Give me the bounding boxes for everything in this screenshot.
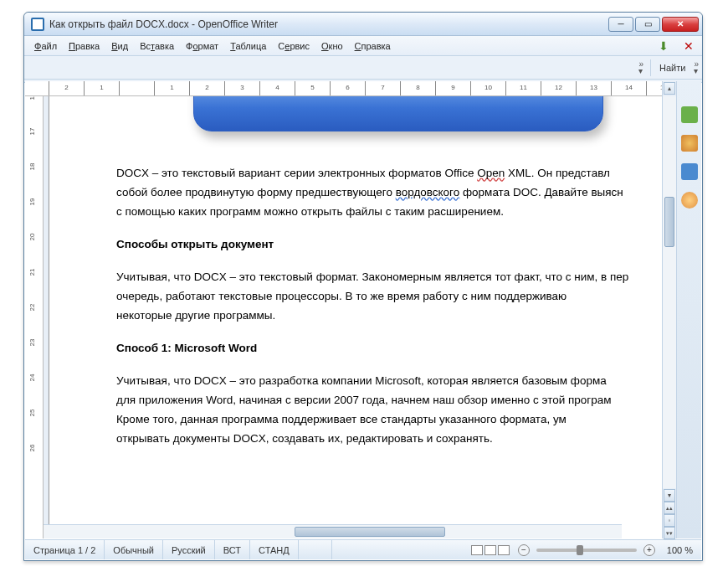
- heading-2[interactable]: Способ 1: Microsoft Word: [116, 339, 257, 358]
- view-book-icon[interactable]: [498, 545, 510, 555]
- status-language[interactable]: Русский: [163, 540, 215, 559]
- view-mode-icons: [466, 545, 515, 555]
- toolbar-overflow-icon[interactable]: »▾: [635, 61, 647, 75]
- status-style[interactable]: Обычный: [105, 540, 163, 559]
- titlebar[interactable]: Как открыть файл DOCX.docx - OpenOffice …: [24, 13, 702, 36]
- menu-insert[interactable]: Вставка: [135, 39, 179, 54]
- maximize-button[interactable]: ▭: [635, 17, 660, 32]
- menu-format[interactable]: Формат: [181, 39, 223, 54]
- zoom-in-button[interactable]: +: [643, 544, 655, 556]
- vscroll-track[interactable]: [663, 96, 676, 488]
- minimize-button[interactable]: ─: [608, 17, 633, 32]
- extension-icon[interactable]: ⬇: [659, 39, 672, 53]
- menu-view[interactable]: Вид: [106, 39, 133, 54]
- sidebar-panel: [676, 81, 701, 538]
- zoom-out-button[interactable]: −: [518, 544, 530, 556]
- statusbar: Страница 1 / 2 Обычный Русский ВСТ СТАНД…: [25, 539, 701, 559]
- hscroll-thumb[interactable]: [295, 527, 445, 537]
- menu-edit[interactable]: Правка: [64, 39, 105, 54]
- close-button[interactable]: ✕: [662, 17, 699, 32]
- view-multi-icon[interactable]: [484, 545, 496, 555]
- toolbar-standard: »▾ Найти »▾: [24, 56, 702, 80]
- heading-1[interactable]: Способы открыть документ: [116, 235, 274, 254]
- horizontal-ruler[interactable]: 2112345678910111213141516: [25, 81, 662, 96]
- window-controls: ─ ▭ ✕: [608, 17, 699, 32]
- status-insert[interactable]: ВСТ: [215, 540, 250, 559]
- menu-help[interactable]: Справка: [350, 39, 396, 54]
- next-page-button[interactable]: ▾▾: [664, 527, 675, 539]
- view-single-icon[interactable]: [471, 545, 483, 555]
- scroll-up-button[interactable]: ▴: [664, 82, 675, 95]
- gallery-icon[interactable]: [681, 106, 698, 123]
- window-title: Как открыть файл DOCX.docx - OpenOffice …: [49, 18, 608, 30]
- prev-page-button[interactable]: ▴▴: [664, 502, 675, 514]
- menu-window[interactable]: Окно: [316, 39, 348, 54]
- menubar: Файл Правка Вид Вставка Формат Таблица С…: [24, 36, 702, 56]
- grammar-error[interactable]: вордовского: [396, 186, 460, 198]
- status-page[interactable]: Страница 1 / 2: [25, 540, 105, 559]
- nav-button[interactable]: ◦: [664, 514, 675, 527]
- scroll-down-button[interactable]: ▾: [664, 489, 675, 502]
- vertical-ruler[interactable]: 1617181920212223242526: [25, 96, 44, 538]
- status-mode[interactable]: СТАНД: [250, 540, 299, 559]
- vertical-scrollbar[interactable]: ▴ ▾ ▴▴ ◦ ▾▾: [662, 81, 676, 538]
- document-viewport[interactable]: 1617181920212223242526 DOCX – это тексто…: [25, 96, 662, 538]
- doc-close-icon[interactable]: ✕: [680, 39, 697, 53]
- menu-table[interactable]: Таблица: [225, 39, 271, 54]
- properties-icon[interactable]: [681, 192, 698, 209]
- workspace: 2112345678910111213141516 16171819202122…: [25, 81, 701, 538]
- page: DOCX – это текстовый вариант серии элект…: [49, 96, 662, 538]
- main-area: 2112345678910111213141516 16171819202122…: [25, 81, 662, 538]
- zoom-level[interactable]: 100 %: [659, 540, 701, 559]
- navigator-icon[interactable]: [681, 163, 698, 180]
- text-frame[interactable]: DOCX – это текстовый вариант серии элект…: [116, 96, 662, 538]
- vscroll-thumb[interactable]: [664, 197, 674, 247]
- horizontal-scrollbar[interactable]: [44, 524, 622, 538]
- styles-icon[interactable]: [681, 135, 698, 152]
- find-overflow-icon[interactable]: »▾: [690, 61, 702, 75]
- app-window: Как открыть файл DOCX.docx - OpenOffice …: [23, 12, 703, 561]
- spell-error[interactable]: Open: [477, 167, 505, 179]
- menu-file[interactable]: Файл: [29, 39, 62, 54]
- find-label[interactable]: Найти: [654, 63, 690, 73]
- zoom-slider[interactable]: [536, 549, 637, 552]
- menu-tools[interactable]: Сервис: [273, 39, 315, 54]
- zoom-knob[interactable]: [577, 545, 583, 555]
- app-icon: [31, 18, 44, 31]
- status-signature[interactable]: [299, 540, 332, 559]
